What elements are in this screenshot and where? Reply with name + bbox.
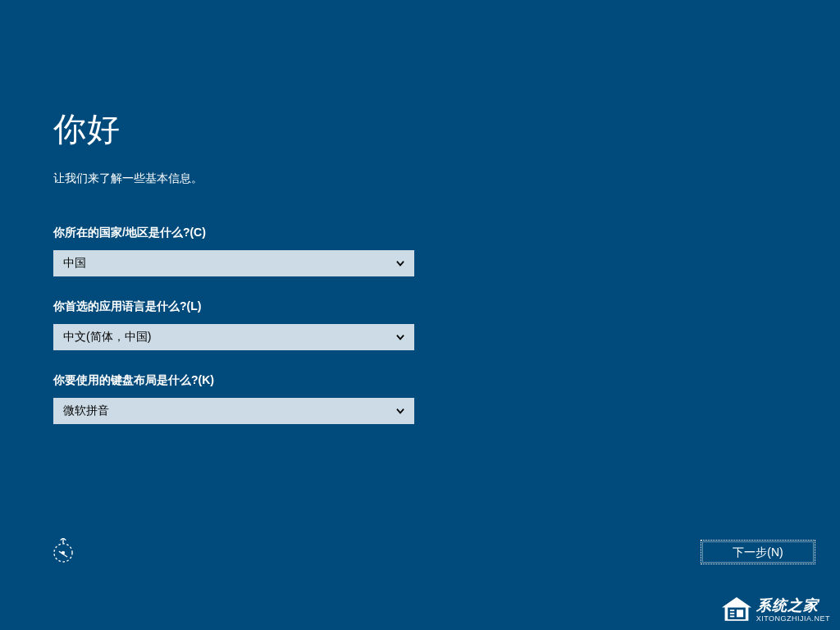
language-group: 你首选的应用语言是什么?(L) 中文(简体，中国)	[53, 299, 787, 350]
watermark-main-text: 系统之家	[756, 597, 830, 615]
keyboard-select-value[interactable]: 微软拼音	[53, 398, 414, 424]
keyboard-label: 你要使用的键盘布局是什么?(K)	[53, 373, 787, 388]
watermark-sub-text: XITONGZHIJIA.NET	[756, 614, 830, 623]
next-button[interactable]: 下一步(N)	[701, 540, 815, 564]
country-group: 你所在的国家/地区是什么?(C) 中国	[53, 226, 787, 276]
watermark-text: 系统之家 XITONGZHIJIA.NET	[756, 597, 830, 623]
svg-rect-10	[737, 609, 743, 617]
ease-of-access-icon[interactable]	[49, 538, 77, 566]
svg-rect-7	[730, 609, 734, 611]
footer-bar: 下一步(N)	[0, 538, 840, 566]
language-select-value[interactable]: 中文(简体，中国)	[53, 324, 414, 350]
language-select[interactable]: 中文(简体，中国)	[53, 324, 414, 350]
country-select[interactable]: 中国	[53, 250, 414, 276]
language-label: 你首选的应用语言是什么?(L)	[53, 299, 787, 314]
svg-rect-9	[730, 615, 734, 617]
keyboard-select[interactable]: 微软拼音	[53, 398, 414, 424]
watermark: 系统之家 XITONGZHIJIA.NET	[722, 597, 830, 623]
page-subtitle: 让我们来了解一些基本信息。	[53, 171, 787, 186]
country-label: 你所在的国家/地区是什么?(C)	[53, 226, 787, 240]
keyboard-group: 你要使用的键盘布局是什么?(K) 微软拼音	[53, 373, 787, 424]
svg-line-4	[63, 555, 67, 557]
page-title: 你好	[53, 107, 787, 152]
watermark-logo-icon	[722, 597, 751, 623]
country-select-value[interactable]: 中国	[53, 250, 414, 276]
svg-rect-8	[730, 613, 734, 614]
